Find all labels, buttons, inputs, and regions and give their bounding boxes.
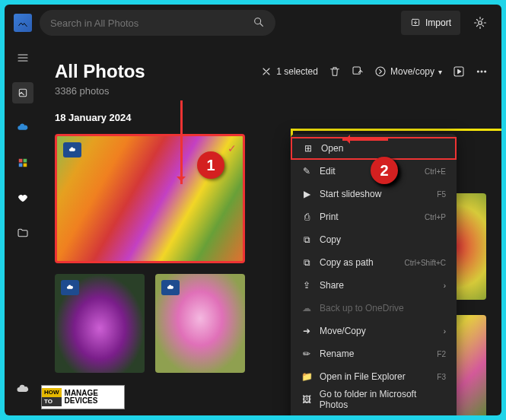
sidebar <box>5 41 41 415</box>
print-icon: ⎙ <box>301 212 312 222</box>
trash-icon <box>329 65 341 78</box>
gear-icon <box>473 16 487 30</box>
context-menu-copy[interactable]: ⧉Copy <box>291 228 457 251</box>
context-menu-rename[interactable]: ✏RenameF2 <box>291 342 457 365</box>
folder-icon: 📁 <box>301 371 312 382</box>
copy-icon: ⧉ <box>301 234 312 245</box>
chevron-right-icon: › <box>444 327 446 336</box>
photo-stack-icon <box>17 87 29 99</box>
pencil-icon: ✎ <box>301 166 312 177</box>
backup-icon: ☁ <box>301 303 312 313</box>
sidebar-item-onedrive[interactable] <box>12 117 33 138</box>
settings-button[interactable] <box>468 11 492 35</box>
sidebar-item-folders[interactable] <box>12 222 33 243</box>
cloud-icon <box>17 122 29 134</box>
goto-icon: 🖼 <box>301 394 312 405</box>
svg-point-13 <box>485 71 486 72</box>
context-menu-movecopy[interactable]: ➜Move/Copy› <box>291 320 457 342</box>
svg-point-12 <box>481 71 482 72</box>
sidebar-item-memories[interactable] <box>12 152 33 173</box>
sidebar-cloud-sync[interactable] <box>12 379 33 400</box>
edit-button-toolbar[interactable] <box>352 65 364 78</box>
hamburger-icon <box>17 52 29 64</box>
clear-selection-button[interactable]: 1 selected <box>260 65 318 78</box>
heart-icon <box>17 192 29 204</box>
svg-rect-8 <box>353 67 360 74</box>
folder-icon <box>17 227 29 239</box>
onedrive-badge-icon <box>61 280 79 295</box>
cloud-sync-icon <box>16 383 30 396</box>
checkmark-icon: ✓ <box>228 142 237 154</box>
svg-point-0 <box>255 18 261 24</box>
svg-rect-4 <box>19 159 23 163</box>
selected-count: 1 selected <box>276 66 318 77</box>
context-menu-slideshow[interactable]: ▶Start slideshowF5 <box>291 183 457 205</box>
sidebar-item-favorites[interactable] <box>12 187 33 208</box>
open-icon: ⊞ <box>303 143 313 154</box>
onedrive-badge-icon <box>161 280 180 295</box>
sidebar-item-all-photos[interactable] <box>12 82 33 103</box>
watermark-badge: HOW TO MANAGE DEVICES <box>41 385 125 409</box>
play-icon <box>453 65 465 78</box>
delete-button[interactable] <box>329 65 341 78</box>
date-header: 18 January 2024 <box>55 112 488 123</box>
context-menu-open-explorer[interactable]: 📁Open in File ExplorerF3 <box>291 365 457 388</box>
more-button[interactable] <box>476 65 488 78</box>
photo-thumbnail[interactable] <box>155 274 245 373</box>
import-icon <box>410 18 421 28</box>
slideshow-button-toolbar[interactable] <box>453 65 465 78</box>
context-menu-copy-path[interactable]: ⧉Copy as pathCtrl+Shift+C <box>291 251 457 274</box>
svg-point-9 <box>376 67 385 76</box>
menu-button[interactable] <box>12 47 33 68</box>
movecopy-button[interactable]: Move/copy ▾ <box>374 65 442 78</box>
context-menu-backup: ☁Back up to OneDrive <box>291 297 457 320</box>
import-button[interactable]: Import <box>401 11 460 35</box>
close-icon <box>260 65 272 78</box>
copy-path-icon: ⧉ <box>301 257 312 268</box>
annotation-callout-1: 1 <box>197 151 224 179</box>
edit-image-icon <box>352 65 364 78</box>
chevron-right-icon: › <box>444 282 446 290</box>
svg-rect-7 <box>24 164 27 167</box>
svg-rect-5 <box>24 159 27 163</box>
photo-thumbnail[interactable] <box>55 274 145 373</box>
movecopy-label: Move/copy <box>390 66 434 77</box>
context-menu-create-video[interactable]: ▮Create a video <box>291 411 457 415</box>
slideshow-icon: ▶ <box>301 189 312 199</box>
onedrive-badge-icon <box>63 142 81 158</box>
context-menu-share[interactable]: ⇪Share› <box>291 274 457 297</box>
move-icon <box>374 65 387 78</box>
share-icon: ⇪ <box>301 280 312 291</box>
svg-point-11 <box>477 71 479 72</box>
annotation-arrow <box>180 100 183 184</box>
page-title: All Photos <box>55 61 145 82</box>
annotation-arrow <box>342 138 388 141</box>
svg-rect-6 <box>19 164 23 167</box>
search-icon <box>253 16 265 30</box>
search-input[interactable] <box>50 18 253 29</box>
search-container[interactable] <box>40 10 275 36</box>
move-icon: ➜ <box>301 326 312 336</box>
photo-count: 3386 photos <box>55 85 145 97</box>
svg-point-2 <box>479 21 482 25</box>
chevron-down-icon: ▾ <box>438 68 442 76</box>
annotation-callout-2: 2 <box>371 157 398 184</box>
memories-icon <box>18 158 28 168</box>
app-logo-icon <box>14 14 32 32</box>
ellipsis-icon <box>476 65 488 78</box>
context-menu-go-folder[interactable]: 🖼Go to folder in Microsoft Photos <box>291 388 457 411</box>
rename-icon: ✏ <box>301 348 312 359</box>
import-label: Import <box>425 18 451 28</box>
context-menu-print[interactable]: ⎙PrintCtrl+P <box>291 205 457 228</box>
